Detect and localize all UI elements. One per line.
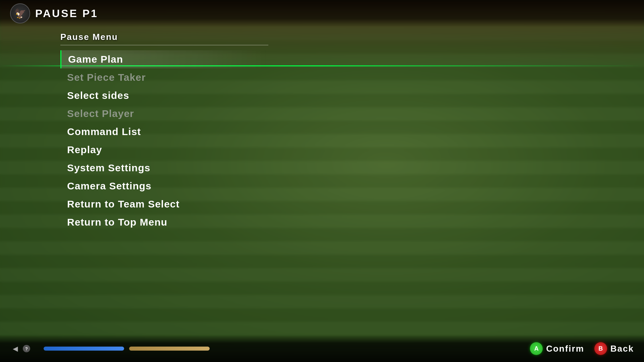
progress-bars <box>44 347 523 351</box>
back-label: Back <box>610 344 634 354</box>
menu-item-game-plan[interactable]: Game Plan <box>60 50 268 68</box>
menu-item-return-team-select[interactable]: Return to Team Select <box>60 195 268 213</box>
menu-title: Pause Menu <box>60 32 268 45</box>
top-bar: 🦅 PAUSE P1 <box>0 0 644 27</box>
bottom-bar: ◀ ? A Confirm B Back <box>0 335 644 362</box>
menu-item-system-settings[interactable]: System Settings <box>60 159 268 177</box>
confirm-circle-icon: A <box>530 342 543 355</box>
menu-item-replay[interactable]: Replay <box>60 141 268 159</box>
confirm-button-letter: A <box>534 345 539 352</box>
confirm-button-group[interactable]: A Confirm <box>530 342 584 355</box>
back-button-letter: B <box>598 345 603 352</box>
question-icon: ? <box>23 345 30 352</box>
menu-item-select-sides[interactable]: Select sides <box>60 86 268 105</box>
pause-title: PAUSE P1 <box>35 7 98 20</box>
logo: 🦅 <box>10 3 30 23</box>
confirm-label: Confirm <box>546 344 584 354</box>
logo-icon: 🦅 <box>14 8 26 19</box>
progress-bar-tan <box>129 347 210 351</box>
menu-item-camera-settings[interactable]: Camera Settings <box>60 177 268 195</box>
menu-item-select-player[interactable]: Select Player <box>60 105 268 123</box>
menu-item-command-list[interactable]: Command List <box>60 123 268 141</box>
back-arrow-icon: ◀ <box>10 344 20 354</box>
menu-list: Game Plan Set Piece Taker Select sides S… <box>60 50 268 231</box>
back-button-group[interactable]: B Back <box>594 342 634 355</box>
menu-item-return-top-menu[interactable]: Return to Top Menu <box>60 213 268 231</box>
back-hint: ◀ ? <box>10 344 30 354</box>
bottom-buttons: A Confirm B Back <box>530 342 634 355</box>
menu-panel: Pause Menu Game Plan Set Piece Taker Sel… <box>60 32 268 231</box>
back-circle-icon: B <box>594 342 607 355</box>
menu-item-set-piece-taker[interactable]: Set Piece Taker <box>60 68 268 86</box>
progress-bar-blue <box>44 347 124 351</box>
